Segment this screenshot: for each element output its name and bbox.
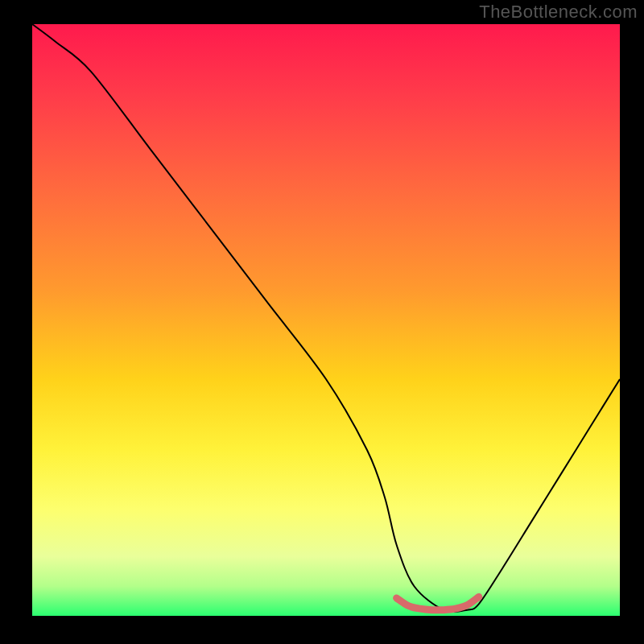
watermark-text: TheBottleneck.com [479, 2, 638, 23]
chart-container: TheBottleneck.com [0, 0, 644, 644]
bottleneck-plot [0, 0, 644, 644]
gradient-background [32, 24, 620, 616]
